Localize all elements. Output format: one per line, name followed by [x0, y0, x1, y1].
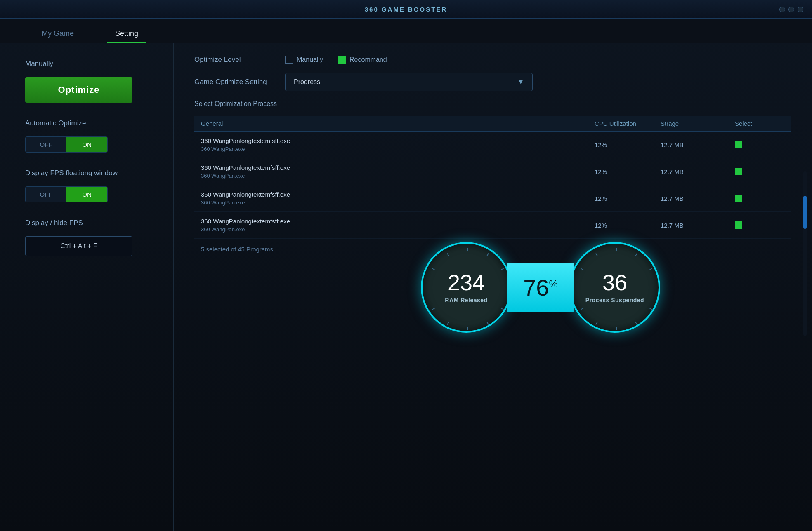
cpu-percent: 12%	[595, 141, 661, 148]
app-container: 360 GAME BOOSTER My Game Setting Manuall…	[0, 0, 812, 531]
svg-line-10	[432, 268, 435, 270]
svg-line-14	[649, 268, 652, 270]
cpu-percent: 12%	[595, 195, 661, 202]
auto-optimize-off[interactable]: OFF	[26, 137, 66, 152]
manually-option[interactable]: Manually	[285, 56, 323, 64]
process-name: 360 WangPanlongtextemfsff.exe	[201, 218, 595, 225]
recommand-option[interactable]: Recommand	[338, 56, 387, 64]
svg-line-13	[635, 253, 637, 256]
maximize-button[interactable]	[788, 7, 794, 12]
title-bar: 360 GAME BOOSTER	[0, 0, 812, 19]
right-panel: Optimize Level Manually Recommand Game O…	[174, 43, 812, 531]
game-optimize-dropdown-wrapper: Progress ▼	[285, 73, 533, 91]
fps-window-toggle[interactable]: OFF ON	[25, 186, 108, 202]
fps-hide-section: Display / hide FPS Ctrl + Alt + F	[25, 219, 149, 256]
cpu-gauge-ticks	[571, 244, 662, 334]
col-general: General	[201, 120, 595, 127]
fps-window-section: Display FPS floationg window OFF ON	[25, 169, 149, 202]
process-name: 360 WangPanlongtextemfsff.exe	[201, 164, 595, 171]
storage-value: 12.7 MB	[661, 168, 735, 175]
main-layout: Manually Optimize Automatic Optimize OFF…	[0, 43, 812, 531]
fps-window-off[interactable]: OFF	[26, 187, 66, 202]
col-storage: Strage	[661, 120, 735, 127]
tab-setting[interactable]: Setting	[107, 25, 146, 43]
ram-gauge-ticks	[423, 244, 513, 334]
table-header: General CPU Utilization Strage Select	[194, 116, 791, 132]
select-checkbox[interactable]	[735, 195, 742, 202]
auto-optimize-label: Automatic Optimize	[25, 119, 149, 127]
optimize-level-options: Manually Recommand	[285, 56, 387, 64]
svg-line-19	[596, 322, 597, 325]
manual-section: Manually Optimize	[25, 60, 149, 103]
fps-window-label: Display FPS floationg window	[25, 169, 149, 177]
cpu-percent: 12%	[595, 168, 661, 175]
optimization-popup: 234 RAM Released 76%	[421, 242, 660, 333]
process-sub: 360 WangPan.exe	[201, 200, 595, 206]
percent-symbol: %	[549, 278, 557, 289]
auto-optimize-toggle[interactable]: OFF ON	[25, 136, 108, 153]
center-percent-bar: 76%	[508, 263, 574, 312]
optimize-level-label: Optimize Level	[194, 56, 277, 64]
recommand-checkbox[interactable]	[338, 56, 346, 64]
fps-window-on[interactable]: ON	[66, 187, 107, 202]
table-row: 360 WangPanlongtextemfsff.exe 360 WangPa…	[194, 158, 791, 185]
select-checkbox[interactable]	[735, 221, 742, 229]
col-select: Select	[735, 120, 784, 127]
table-row: 360 WangPanlongtextemfsff.exe 360 WangPa…	[194, 185, 791, 212]
svg-line-2	[501, 268, 504, 270]
window-controls	[779, 7, 803, 12]
process-sub: 360 WangPan.exe	[201, 226, 595, 233]
manually-option-label: Manually	[297, 56, 323, 63]
svg-line-23	[596, 253, 597, 256]
select-checkbox[interactable]	[735, 168, 742, 175]
app-title: 360 GAME BOOSTER	[365, 6, 448, 13]
table-row: 360 WangPanlongtextemfsff.exe 360 WangPa…	[194, 132, 791, 158]
fps-hide-label: Display / hide FPS	[25, 219, 149, 227]
cpu-percent: 12%	[595, 222, 661, 229]
scrollbar-thumb[interactable]	[803, 196, 807, 229]
col-cpu: CPU Utilization	[595, 120, 661, 127]
svg-line-17	[635, 322, 637, 325]
storage-value: 12.7 MB	[661, 222, 735, 229]
svg-line-11	[447, 253, 449, 256]
process-sub: 360 WangPan.exe	[201, 146, 595, 152]
svg-line-8	[432, 308, 435, 310]
recommand-option-label: Recommand	[349, 56, 387, 63]
svg-line-22	[581, 268, 583, 270]
svg-line-16	[649, 308, 652, 310]
game-optimize-label: Game Optimize Setting	[194, 78, 277, 86]
svg-line-5	[487, 322, 489, 325]
tab-my-game[interactable]: My Game	[33, 25, 82, 43]
game-optimize-value: Progress	[294, 78, 320, 86]
table-body: 360 WangPanlongtextemfsff.exe 360 WangPa…	[194, 132, 791, 239]
process-table: General CPU Utilization Strage Select 36…	[194, 116, 791, 259]
close-button[interactable]	[798, 7, 803, 12]
tabs-bar: My Game Setting	[0, 19, 812, 43]
table-row: 360 WangPanlongtextemfsff.exe 360 WangPa…	[194, 212, 791, 239]
select-checkbox[interactable]	[735, 141, 742, 148]
auto-optimize-on[interactable]: ON	[66, 137, 107, 152]
dropdown-arrow-icon: ▼	[517, 78, 524, 86]
select-process-label: Select Optimization Process	[194, 100, 791, 108]
fps-hotkey-box: Ctrl + Alt + F	[25, 236, 132, 256]
minimize-button[interactable]	[779, 7, 785, 12]
process-sub: 360 WangPan.exe	[201, 173, 595, 179]
game-optimize-dropdown[interactable]: Progress ▼	[285, 73, 533, 91]
manually-checkbox[interactable]	[285, 56, 293, 64]
process-name: 360 WangPanlongtextemfsff.exe	[201, 137, 595, 144]
svg-line-4	[501, 308, 504, 310]
svg-line-20	[581, 308, 583, 310]
scrollbar-track[interactable]	[803, 171, 807, 336]
manually-label: Manually	[25, 60, 149, 68]
optimize-level-row: Optimize Level Manually Recommand	[194, 56, 791, 64]
svg-line-7	[447, 322, 449, 325]
auto-optimize-section: Automatic Optimize OFF ON	[25, 119, 149, 153]
center-percent-value: 76%	[523, 274, 558, 301]
storage-value: 12.7 MB	[661, 195, 735, 202]
optimize-button[interactable]: Optimize	[25, 77, 132, 103]
process-name: 360 WangPanlongtextemfsff.exe	[201, 191, 595, 198]
left-panel: Manually Optimize Automatic Optimize OFF…	[0, 43, 174, 531]
ram-gauge: 234 RAM Released	[421, 242, 512, 333]
cpu-gauge: 36 Process Suspended	[569, 242, 660, 333]
svg-line-1	[487, 253, 489, 256]
